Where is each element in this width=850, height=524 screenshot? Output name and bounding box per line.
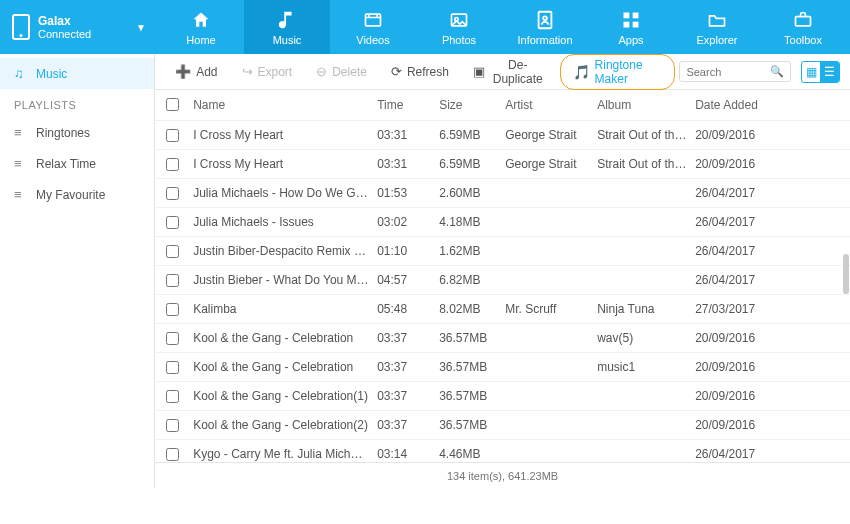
cell-name: Justin Bieber - What Do You Mean — [189, 273, 377, 287]
cell-date: 26/04/2017 — [695, 215, 795, 229]
sidebar-item-ringtones[interactable]: ≡ Ringtones — [0, 117, 154, 148]
cell-time: 03:37 — [377, 418, 439, 432]
export-button[interactable]: ↪Export — [232, 60, 303, 83]
cell-date: 20/09/2016 — [695, 128, 795, 142]
plus-icon: ➕ — [175, 64, 191, 79]
refresh-icon: ⟳ — [391, 64, 402, 79]
select-all-checkbox[interactable] — [166, 98, 179, 111]
cell-name: Kool & the Gang - Celebration — [189, 331, 377, 345]
svg-rect-8 — [633, 22, 639, 28]
chevron-down-icon: ▼ — [136, 22, 146, 33]
col-album[interactable]: Album — [597, 98, 695, 112]
cell-artist: Mr. Scruff — [505, 302, 597, 316]
table-row[interactable]: Justin Biber-Despacito Remix Luis F...01… — [155, 237, 850, 266]
device-name: Galax — [38, 14, 91, 28]
col-size[interactable]: Size — [439, 98, 505, 112]
cell-date: 26/04/2017 — [695, 447, 795, 461]
deduplicate-button[interactable]: ▣De-Duplicate — [463, 54, 556, 90]
table-row[interactable]: Kygo - Carry Me ft. Julia Michaels03:144… — [155, 440, 850, 462]
table-row[interactable]: Kool & the Gang - Celebration03:3736.57M… — [155, 353, 850, 382]
row-checkbox[interactable] — [166, 332, 179, 345]
contacts-icon — [534, 8, 556, 32]
row-checkbox[interactable] — [166, 158, 179, 171]
cell-date: 20/09/2016 — [695, 389, 795, 403]
row-checkbox[interactable] — [166, 390, 179, 403]
row-checkbox[interactable] — [166, 216, 179, 229]
nav-videos[interactable]: Videos — [330, 0, 416, 54]
table-row[interactable]: Kalimba05:488.02MBMr. ScruffNinja Tuna27… — [155, 295, 850, 324]
grid-view-button[interactable]: ▦ — [802, 62, 821, 82]
cell-time: 01:10 — [377, 244, 439, 258]
sidebar-item-favourite[interactable]: ≡ My Favourite — [0, 179, 154, 210]
nav-information[interactable]: Information — [502, 0, 588, 54]
sidebar-item-music[interactable]: ♫ Music — [0, 58, 154, 89]
cell-album: music1 — [597, 360, 695, 374]
search-input[interactable] — [686, 66, 770, 78]
table-header: Name Time Size Artist Album Date Added — [155, 90, 850, 121]
row-checkbox[interactable] — [166, 448, 179, 461]
sidebar-item-relax[interactable]: ≡ Relax Time — [0, 148, 154, 179]
cell-time: 03:02 — [377, 215, 439, 229]
minus-icon: ⊖ — [316, 64, 327, 79]
table-row[interactable]: Julia Michaels - How Do We Get Ba...01:5… — [155, 179, 850, 208]
row-checkbox[interactable] — [166, 419, 179, 432]
row-checkbox[interactable] — [166, 361, 179, 374]
row-checkbox[interactable] — [166, 303, 179, 316]
cell-time: 03:31 — [377, 157, 439, 171]
table-row[interactable]: Kool & the Gang - Celebration03:3736.57M… — [155, 324, 850, 353]
col-name[interactable]: Name — [189, 98, 377, 112]
table-row[interactable]: I Cross My Heart03:316.59MBGeorge Strait… — [155, 150, 850, 179]
cell-album: Strait Out of the B... — [597, 157, 695, 171]
cell-album: wav(5) — [597, 331, 695, 345]
nav-music[interactable]: Music — [244, 0, 330, 54]
sidebar-item-label: Ringtones — [36, 126, 90, 140]
device-selector[interactable]: Galax Connected ▼ — [0, 14, 158, 40]
table-row[interactable]: Kool & the Gang - Celebration(1)03:3736.… — [155, 382, 850, 411]
add-button[interactable]: ➕Add — [165, 60, 227, 83]
col-artist[interactable]: Artist — [505, 98, 597, 112]
nav-label: Videos — [356, 34, 389, 46]
nav-label: Home — [186, 34, 215, 46]
nav-home[interactable]: Home — [158, 0, 244, 54]
nav-photos[interactable]: Photos — [416, 0, 502, 54]
row-checkbox[interactable] — [166, 187, 179, 200]
nav-toolbox[interactable]: Toolbox — [760, 0, 846, 54]
row-checkbox[interactable] — [166, 274, 179, 287]
nav-explorer[interactable]: Explorer — [674, 0, 760, 54]
list-icon: ≡ — [14, 187, 28, 202]
cell-date: 20/09/2016 — [695, 360, 795, 374]
export-icon: ↪ — [242, 64, 253, 79]
col-date[interactable]: Date Added — [695, 98, 795, 112]
main-panel: ➕Add ↪Export ⊖Delete ⟳Refresh ▣De-Duplic… — [155, 54, 850, 488]
row-checkbox[interactable] — [166, 129, 179, 142]
scrollbar[interactable] — [843, 254, 849, 294]
row-checkbox[interactable] — [166, 245, 179, 258]
search-box[interactable]: 🔍 — [679, 61, 791, 82]
sidebar-item-label: Relax Time — [36, 157, 96, 171]
cell-size: 8.02MB — [439, 302, 505, 316]
ringtone-icon: 🎵 — [573, 64, 590, 80]
table-row[interactable]: Justin Bieber - What Do You Mean04:576.8… — [155, 266, 850, 295]
search-icon: 🔍 — [770, 65, 784, 78]
table-row[interactable]: Kool & the Gang - Celebration(2)03:3736.… — [155, 411, 850, 440]
ringtone-maker-button[interactable]: 🎵Ringtone Maker — [560, 54, 676, 90]
dedup-icon: ▣ — [473, 64, 485, 79]
cell-album: Ninja Tuna — [597, 302, 695, 316]
cell-size: 1.62MB — [439, 244, 505, 258]
table-row[interactable]: Julia Michaels - Issues03:024.18MB26/04/… — [155, 208, 850, 237]
toolbox-icon — [792, 8, 814, 32]
cell-artist: George Strait — [505, 128, 597, 142]
cell-time: 04:57 — [377, 273, 439, 287]
nav-apps[interactable]: Apps — [588, 0, 674, 54]
cell-size: 6.59MB — [439, 157, 505, 171]
cell-size: 36.57MB — [439, 389, 505, 403]
music-note-icon: ♫ — [14, 66, 28, 81]
refresh-button[interactable]: ⟳Refresh — [381, 60, 459, 83]
list-view-button[interactable]: ☰ — [820, 62, 839, 82]
delete-button[interactable]: ⊖Delete — [306, 60, 377, 83]
cell-name: Kygo - Carry Me ft. Julia Michaels — [189, 447, 377, 461]
cell-name: Kalimba — [189, 302, 377, 316]
col-time[interactable]: Time — [377, 98, 439, 112]
cell-time: 03:37 — [377, 389, 439, 403]
table-row[interactable]: I Cross My Heart03:316.59MBGeorge Strait… — [155, 121, 850, 150]
